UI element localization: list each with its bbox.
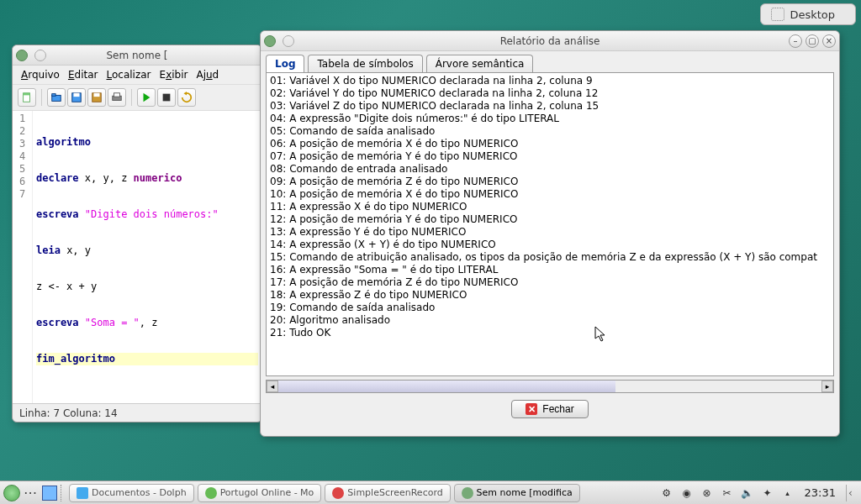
svg-rect-9 xyxy=(114,93,120,97)
menu-edit[interactable]: Editar xyxy=(65,67,102,82)
tray-close-icon[interactable]: ⊗ xyxy=(700,486,714,500)
task-portugol[interactable]: Portugol Online - Mo xyxy=(198,484,322,502)
desktop-switcher[interactable]: Desktop xyxy=(760,3,856,25)
close-button[interactable]: × xyxy=(822,34,836,48)
menu-find[interactable]: Localizar xyxy=(103,67,155,82)
svg-rect-7 xyxy=(94,93,100,97)
log-line: 21: Tudo OK xyxy=(270,327,830,339)
run-button[interactable] xyxy=(137,88,156,107)
log-line: 02: Variável Y do tipo NUMERICO declarad… xyxy=(270,87,830,100)
panel-expand-icon[interactable]: ‹ xyxy=(846,485,854,501)
svg-rect-5 xyxy=(74,93,80,97)
analysis-titlebar[interactable]: Relatório da análise – ▢ × xyxy=(261,31,839,51)
gutter: 1234567 xyxy=(13,111,33,403)
log-line: 17: A posição de memória Z é do tipo NUM… xyxy=(270,276,830,289)
log-line: 08: Comando de entrada analisado xyxy=(270,163,830,176)
log-line: 14: A expressão (X + Y) é do tipo NUMERI… xyxy=(270,239,830,251)
tray-icon[interactable]: ⚙ xyxy=(660,486,673,500)
analysis-window: Relatório da análise – ▢ × Log Tabela de… xyxy=(260,30,840,437)
tabs: Log Tabela de símbolos Árvore semântica xyxy=(261,51,839,72)
svg-marker-12 xyxy=(184,92,188,95)
open-button[interactable] xyxy=(47,88,66,107)
quicklaunch-icon[interactable]: ⋯ xyxy=(24,485,39,501)
network-icon[interactable]: ◉ xyxy=(680,486,694,500)
toolbar xyxy=(13,85,261,111)
log-line: 18: A expressão Z é do tipo NUMERICO xyxy=(270,289,830,302)
print-button[interactable] xyxy=(108,88,126,107)
task-documents[interactable]: Documentos - Dolph xyxy=(69,484,194,502)
menubar: Arquivo Editar Localizar Exibir Ajud xyxy=(13,66,261,85)
step-button[interactable] xyxy=(177,88,196,107)
svg-rect-11 xyxy=(163,94,171,102)
recorder-icon xyxy=(332,487,344,499)
log-line: 20: Algoritmo analisado xyxy=(270,314,830,327)
browser-icon xyxy=(205,487,217,499)
editor-title: Sem nome [ xyxy=(13,50,261,61)
editor-body: 1234567 algoritmo declare x, y, z numeri… xyxy=(13,111,261,403)
editor-window: Sem nome [ Arquivo Editar Localizar Exib… xyxy=(12,45,262,423)
menu-view[interactable]: Exibir xyxy=(156,67,192,82)
log-line: 09: A posição de memória Z é do tipo NUM… xyxy=(270,176,830,188)
log-line: 05: Comando de saída analisado xyxy=(270,125,830,138)
saveas-button[interactable] xyxy=(87,88,106,107)
task-editor[interactable]: Sem nome [modifica xyxy=(454,484,580,502)
svg-marker-10 xyxy=(144,93,151,102)
log-output[interactable]: 01: Variável X do tipo NUMERICO declarad… xyxy=(266,72,834,376)
log-line: 15: Comando de atribuição analisado, os … xyxy=(270,251,830,264)
tab-symbols[interactable]: Tabela de símbolos xyxy=(308,55,422,72)
editor-titlebar[interactable]: Sem nome [ xyxy=(13,45,261,66)
log-line: 13: A expressão Y é do tipo NUMERICO xyxy=(270,226,830,239)
tray-expand-icon[interactable]: ▴ xyxy=(781,486,795,500)
scroll-right-icon[interactable]: ▸ xyxy=(821,381,833,392)
scroll-left-icon[interactable]: ◂ xyxy=(267,381,278,392)
log-line: 12: A posição de memória Y é do tipo NUM… xyxy=(270,213,830,226)
tab-log[interactable]: Log xyxy=(266,55,304,72)
log-line: 11: A expressão X é do tipo NUMERICO xyxy=(270,201,830,213)
menu-help[interactable]: Ajud xyxy=(193,67,222,82)
log-line: 06: A posição de memória X é do tipo NUM… xyxy=(270,138,830,150)
log-line: 10: A posição de memória X é do tipo NUM… xyxy=(270,188,830,201)
log-line: 07: A posição de memória Y é do tipo NUM… xyxy=(270,150,830,163)
menu-file[interactable]: Arquivo xyxy=(18,67,63,82)
stop-button[interactable] xyxy=(157,88,176,107)
scroll-thumb[interactable] xyxy=(278,381,615,392)
svg-rect-1 xyxy=(24,93,30,96)
new-button[interactable] xyxy=(18,88,36,107)
editor-icon xyxy=(462,487,473,499)
clipboard-icon[interactable]: ✂ xyxy=(721,486,734,500)
svg-rect-3 xyxy=(52,94,55,97)
log-line: 04: A expressão "Digite dois números:" é… xyxy=(270,113,830,125)
analysis-title: Relatório da análise xyxy=(261,35,839,47)
task-recorder[interactable]: SimpleScreenRecord xyxy=(325,484,450,502)
start-button[interactable] xyxy=(3,485,20,501)
show-desktop-icon[interactable] xyxy=(42,486,57,501)
log-line: 19: Comando de saída analisado xyxy=(270,302,830,314)
log-line: 03: Variável Z do tipo NUMERICO declarad… xyxy=(270,100,830,113)
close-icon: ✕ xyxy=(526,403,537,415)
statusbar: Linha: 7 Coluna: 14 xyxy=(13,403,261,422)
close-dialog-button[interactable]: ✕ Fechar xyxy=(511,400,588,418)
dolphin-icon xyxy=(77,487,88,499)
system-tray: ⚙ ◉ ⊗ ✂ 🔈 ✦ ▴ 23:31 ‹ xyxy=(660,485,858,501)
cursor-position: Linha: 7 Coluna: 14 xyxy=(19,407,118,419)
taskbar: ⋯ Documentos - Dolph Portugol Online - M… xyxy=(0,480,861,504)
log-line: 16: A expressão "Soma = " é do tipo LITE… xyxy=(270,264,830,276)
save-button[interactable] xyxy=(67,88,86,107)
tab-semantic[interactable]: Árvore semântica xyxy=(426,55,534,72)
maximize-button[interactable]: ▢ xyxy=(806,34,819,48)
volume-icon[interactable]: 🔈 xyxy=(741,486,754,500)
horizontal-scrollbar[interactable]: ◂ ▸ xyxy=(266,380,834,393)
bluetooth-icon[interactable]: ✦ xyxy=(761,486,774,500)
code-area[interactable]: algoritmo declare x, y, z numerico escre… xyxy=(33,111,261,403)
log-line: 01: Variável X do tipo NUMERICO declarad… xyxy=(270,75,830,87)
clock[interactable]: 23:31 xyxy=(801,486,839,499)
minimize-button[interactable]: – xyxy=(789,34,802,48)
desktop-label: Desktop xyxy=(790,8,835,21)
